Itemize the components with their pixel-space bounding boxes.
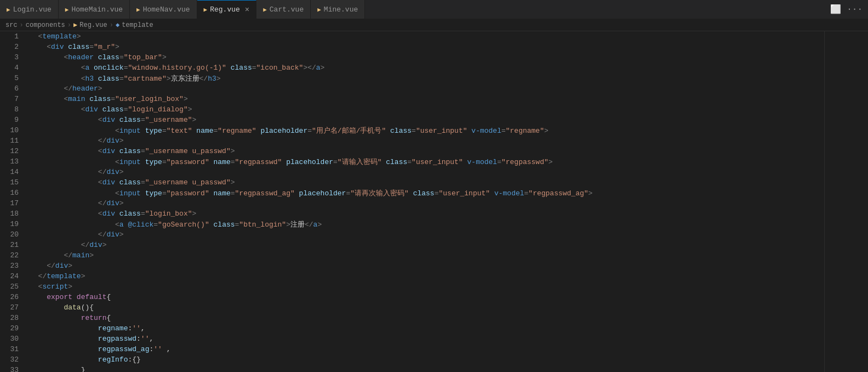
line-number: 16 — [0, 188, 27, 198]
line-content[interactable]: regname:'', — [27, 323, 824, 334]
line-content[interactable]: data(){ — [27, 302, 824, 313]
token: > — [81, 272, 85, 280]
code-line: 1 <template> — [0, 31, 824, 42]
line-content[interactable]: <div class="login_dialog"> — [27, 104, 824, 115]
breadcrumb-src[interactable]: src — [5, 21, 18, 29]
line-content[interactable]: <div class="_username"> — [27, 115, 824, 125]
token: "_username u_passwd" — [145, 147, 231, 155]
line-content[interactable]: </div> — [27, 240, 824, 250]
breadcrumb-template[interactable]: template — [122, 21, 153, 29]
line-content[interactable]: <a @click="goSearch()" class="btn_login"… — [27, 219, 824, 229]
line-content[interactable]: <input type="text" name="regname" placeh… — [27, 125, 824, 136]
editor-main[interactable]: 1 <template>2 <div class="m_r">3 <header… — [0, 31, 824, 372]
token: { — [106, 314, 111, 322]
tab-cart[interactable]: ▶Cart.vue — [256, 0, 311, 19]
tab-homenav[interactable]: ▶HomeNav.vue — [130, 0, 197, 19]
line-number: 32 — [0, 354, 27, 365]
line-content[interactable]: <header class="top_bar"> — [27, 52, 824, 63]
line-content[interactable]: <script> — [27, 281, 824, 292]
token: "login_dialog" — [128, 105, 187, 114]
token: , — [141, 324, 145, 332]
token: input — [119, 127, 141, 135]
breadcrumb-regvue[interactable]: Reg.vue — [79, 21, 107, 29]
token: > — [184, 95, 188, 103]
code-line: 22 </main> — [0, 250, 824, 261]
line-content[interactable]: </div> — [27, 198, 824, 208]
token: = — [162, 127, 167, 135]
tab-close-reg[interactable]: × — [245, 5, 249, 14]
line-content[interactable]: <template> — [27, 31, 824, 42]
token: class — [102, 105, 124, 114]
line-number: 23 — [0, 261, 27, 271]
token: v-model — [467, 158, 498, 166]
line-content[interactable]: } — [27, 365, 824, 372]
token: '' — [153, 345, 162, 353]
breadcrumb-sep2: › — [67, 21, 71, 29]
token: } — [81, 366, 85, 372]
line-content[interactable]: regInfo:{} — [27, 354, 824, 365]
token — [30, 158, 115, 166]
code-line: 2 <div class="m_r"> — [0, 42, 824, 52]
code-line: 25 <script> — [0, 281, 824, 292]
line-content[interactable]: regpasswd:'', — [27, 334, 824, 344]
token: > — [119, 137, 124, 145]
line-content[interactable]: <main class="user_login_box"> — [27, 94, 824, 104]
line-content[interactable]: <div class="m_r"> — [27, 42, 824, 52]
breadcrumb-sep3: › — [110, 21, 113, 29]
line-content[interactable]: <input type="password" name="regpasswd" … — [27, 156, 824, 167]
line-content[interactable]: </template> — [27, 271, 824, 281]
line-content[interactable]: </div> — [27, 136, 824, 146]
token: div — [102, 116, 115, 124]
token: input — [119, 189, 141, 198]
line-content[interactable]: export default{ — [27, 292, 824, 302]
line-content[interactable]: <div class="_username u_passwd"> — [27, 146, 824, 156]
line-content[interactable]: <div class="login_box"> — [27, 208, 824, 219]
line-number: 2 — [0, 42, 27, 52]
token: div — [102, 147, 115, 155]
token — [89, 64, 94, 72]
tab-login[interactable]: ▶Login.vue — [0, 0, 59, 19]
line-content[interactable]: </div> — [27, 167, 824, 177]
token — [72, 293, 77, 301]
token: "请输入密码" — [338, 158, 382, 166]
tab-bar: ▶Login.vue▶HomeMain.vue▶HomeNav.vue▶Reg.… — [0, 0, 868, 19]
line-content[interactable]: regpasswd_ag:'' , — [27, 344, 824, 354]
token: class — [119, 116, 141, 124]
line-content[interactable]: <h3 class="cartname">京东注册</h3> — [27, 73, 824, 83]
token: = — [141, 147, 145, 155]
tab-homemain[interactable]: ▶HomeMain.vue — [59, 0, 130, 19]
line-content[interactable]: </div> — [27, 229, 824, 240]
token: > — [231, 147, 235, 155]
token: > — [549, 158, 553, 166]
line-number: 12 — [0, 146, 27, 156]
token: div — [106, 168, 119, 176]
token: default — [77, 293, 107, 301]
token: > — [119, 168, 124, 176]
token — [463, 158, 467, 166]
line-content[interactable]: </div> — [27, 261, 824, 271]
token: class — [98, 75, 119, 83]
code-line: 14 </div> — [0, 167, 824, 177]
token: "请再次输入密码" — [350, 189, 409, 198]
token — [30, 64, 81, 72]
more-actions-icon[interactable]: ··· — [847, 4, 863, 14]
breadcrumb-components[interactable]: components — [26, 21, 65, 29]
line-number: 1 — [0, 31, 27, 42]
token: > — [216, 75, 221, 83]
line-content[interactable]: <a onclick="window.history.go(-1)" class… — [27, 63, 824, 73]
line-content[interactable]: </header> — [27, 83, 824, 94]
tab-mine[interactable]: ▶Mine.vue — [311, 0, 365, 19]
token: > — [192, 116, 197, 124]
line-content[interactable]: </main> — [27, 250, 824, 261]
line-content[interactable]: <input type="password" name="regpasswd_a… — [27, 188, 824, 198]
token — [30, 75, 81, 83]
token: "regname" — [506, 127, 544, 135]
token: template — [47, 272, 81, 280]
line-content[interactable]: <div class="_username u_passwd"> — [27, 177, 824, 188]
tab-reg[interactable]: ▶Reg.vue× — [197, 0, 257, 19]
line-content[interactable]: return{ — [27, 313, 824, 323]
split-editor-icon[interactable]: ⬜ — [830, 4, 841, 15]
token: , — [149, 335, 153, 343]
token — [209, 158, 214, 166]
code-line: 4 <a onclick="window.history.go(-1)" cla… — [0, 63, 824, 73]
